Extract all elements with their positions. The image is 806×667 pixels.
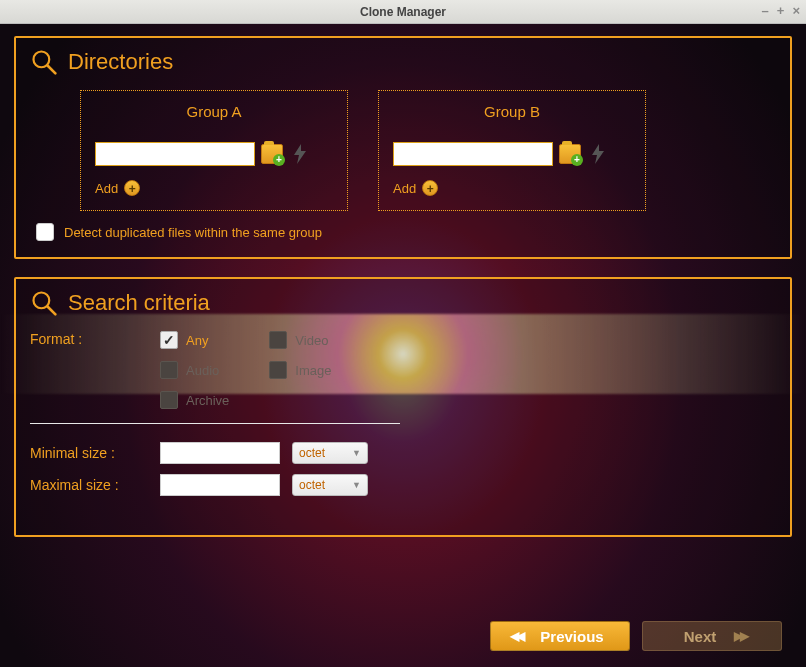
close-icon[interactable]: × xyxy=(792,3,800,18)
next-label: Next xyxy=(684,628,717,645)
format-image-checkbox[interactable]: Image xyxy=(269,361,331,379)
max-size-label: Maximal size : xyxy=(30,477,160,493)
rewind-icon: ◀◀ xyxy=(510,629,522,643)
unit-label: octet xyxy=(299,446,325,460)
window-title: Clone Manager xyxy=(360,5,446,19)
folder-add-icon[interactable] xyxy=(261,144,283,164)
svg-line-1 xyxy=(48,66,56,74)
next-button[interactable]: Next ▶▶ xyxy=(642,621,782,651)
titlebar: Clone Manager – + × xyxy=(0,0,806,24)
folder-add-icon[interactable] xyxy=(559,144,581,164)
group-b-path-input[interactable] xyxy=(393,142,553,166)
lightning-icon[interactable] xyxy=(587,143,609,165)
minimize-icon[interactable]: – xyxy=(762,3,769,18)
unit-label: octet xyxy=(299,478,325,492)
add-label: Add xyxy=(95,181,118,196)
magnifier-icon xyxy=(30,48,58,76)
format-archive-label: Archive xyxy=(186,393,229,408)
group-a: Group A Add + xyxy=(80,90,348,211)
group-a-add-button[interactable]: Add + xyxy=(95,180,333,196)
format-any-checkbox[interactable]: ✓ Any xyxy=(160,331,229,349)
format-archive-checkbox[interactable]: Archive xyxy=(160,391,229,409)
group-a-title: Group A xyxy=(95,103,333,120)
maximize-icon[interactable]: + xyxy=(777,3,785,18)
format-label: Format : xyxy=(30,331,160,347)
group-a-path-input[interactable] xyxy=(95,142,255,166)
min-size-label: Minimal size : xyxy=(30,445,160,461)
magnifier-icon xyxy=(30,289,58,317)
plus-icon: + xyxy=(124,180,140,196)
previous-label: Previous xyxy=(540,628,603,645)
format-audio-label: Audio xyxy=(186,363,219,378)
svg-marker-3 xyxy=(592,144,604,164)
format-audio-checkbox[interactable]: Audio xyxy=(160,361,229,379)
svg-marker-2 xyxy=(294,144,306,164)
divider xyxy=(30,423,400,424)
app-body: Directories Group A Add + Group B xyxy=(0,24,806,667)
forward-icon: ▶▶ xyxy=(734,629,746,643)
format-video-checkbox[interactable]: Video xyxy=(269,331,331,349)
lightning-icon[interactable] xyxy=(289,143,311,165)
max-size-unit-select[interactable]: octet ▼ xyxy=(292,474,368,496)
directories-title: Directories xyxy=(68,49,173,75)
format-video-label: Video xyxy=(295,333,328,348)
directories-panel: Directories Group A Add + Group B xyxy=(14,36,792,259)
max-size-input[interactable] xyxy=(160,474,280,496)
group-b: Group B Add + xyxy=(378,90,646,211)
chevron-down-icon: ▼ xyxy=(352,448,361,458)
min-size-input[interactable] xyxy=(160,442,280,464)
previous-button[interactable]: ◀◀ Previous xyxy=(490,621,630,651)
min-size-unit-select[interactable]: octet ▼ xyxy=(292,442,368,464)
svg-line-5 xyxy=(48,307,56,315)
criteria-title: Search criteria xyxy=(68,290,210,316)
add-label: Add xyxy=(393,181,416,196)
format-any-label: Any xyxy=(186,333,208,348)
search-criteria-panel: Search criteria Format : ✓ Any Audio A xyxy=(14,277,792,537)
detect-duplicates-label: Detect duplicated files within the same … xyxy=(64,225,322,240)
format-image-label: Image xyxy=(295,363,331,378)
group-b-add-button[interactable]: Add + xyxy=(393,180,631,196)
group-b-title: Group B xyxy=(393,103,631,120)
plus-icon: + xyxy=(422,180,438,196)
chevron-down-icon: ▼ xyxy=(352,480,361,490)
detect-duplicates-checkbox[interactable] xyxy=(36,223,54,241)
